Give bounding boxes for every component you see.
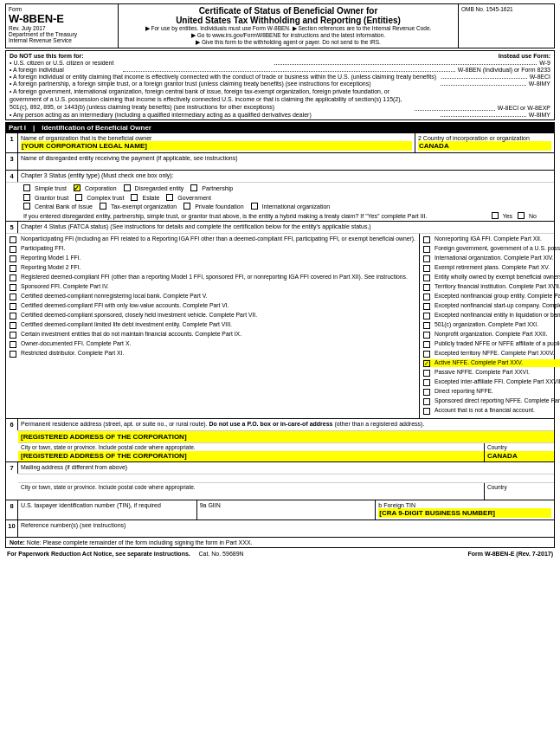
check-participating-box[interactable] bbox=[10, 246, 16, 253]
check-central-bank-box[interactable] bbox=[23, 203, 30, 210]
form-instruction3: ▶ Give this form to the withholding agen… bbox=[122, 39, 454, 46]
check-central-bank-label: Central Bank of Issue bbox=[35, 203, 93, 210]
donot-text-2: • A foreign individual bbox=[10, 67, 120, 73]
check-nonreporting-iga-label: Nonreporting IGA FFI. Complete Part XII. bbox=[434, 236, 542, 242]
check-private-found-box[interactable] bbox=[183, 203, 190, 210]
row10-label: Reference number(s) (see instructions) bbox=[21, 522, 551, 528]
check-excepted-liq-box[interactable] bbox=[423, 313, 430, 319]
check-foreign-gov-label: Foreign government, government of a U.S.… bbox=[434, 245, 560, 253]
hybrid-yes-box[interactable] bbox=[492, 212, 499, 219]
omb-section: OMB No. 1545-1621 bbox=[459, 4, 554, 48]
check-owner-doc-box[interactable] bbox=[10, 341, 16, 348]
check-complex-trust-label: Complex trust bbox=[87, 195, 124, 201]
check-cert-lowval-box[interactable] bbox=[10, 303, 16, 310]
check-cert-nonreg-box[interactable] bbox=[10, 294, 16, 300]
check-simple-trust-box[interactable] bbox=[23, 184, 30, 191]
check-partnership: Partnership bbox=[190, 184, 233, 191]
check-excepted-liq-label: Excepted nonfinancial entity in liquidat… bbox=[434, 312, 560, 319]
donot-use-section: Do NOT use this form for: Instead use Fo… bbox=[5, 50, 555, 120]
footer-left: For Paperwork Reduction Act Notice, see … bbox=[7, 551, 244, 557]
row3: 3 Name of disregarded entity receiving t… bbox=[5, 153, 555, 171]
donot-item-2: • A foreign individual W-8BEN (Individua… bbox=[10, 67, 550, 73]
check-complex-trust-box[interactable] bbox=[75, 194, 82, 201]
note-label: Note: bbox=[10, 539, 27, 545]
check-excepted-startup-label: Excepted nonfinancial start-up company. … bbox=[434, 302, 560, 308]
check-nonprofit-box[interactable] bbox=[423, 332, 430, 339]
check-reporting-model2-box[interactable] bbox=[10, 265, 16, 272]
check-grantor-trust-box[interactable] bbox=[23, 194, 30, 201]
check-cert-limitedlife: Certified deemed-compliant limited life … bbox=[10, 321, 415, 329]
check-501c-label: 501(c) organization. Complete Part XXI. bbox=[434, 321, 538, 327]
check-foreign-gov-box[interactable] bbox=[423, 246, 430, 253]
check-excepted-startup-box[interactable] bbox=[423, 303, 430, 310]
note-section: Note: Note: Please complete remainder of… bbox=[5, 538, 555, 548]
check-disregarded-box[interactable] bbox=[124, 184, 131, 191]
check-cert-sponsored: Certified deemed-compliant sponsored, cl… bbox=[10, 312, 415, 319]
form-label: Form bbox=[9, 6, 115, 12]
row7-city-label: City or town, state or province. Include… bbox=[18, 483, 484, 491]
row9b-label: b Foreign TIN bbox=[378, 502, 551, 508]
check-restricted-dist-box[interactable] bbox=[10, 351, 16, 358]
check-cert-sponsored-box[interactable] bbox=[10, 313, 16, 319]
check-excepted-inter-box[interactable] bbox=[423, 379, 430, 386]
part1-header: Part I | Identification of Beneficial Ow… bbox=[5, 122, 555, 133]
check-direct-reporting-box[interactable] bbox=[423, 389, 430, 396]
check-grantor-trust: Grantor trust bbox=[23, 194, 68, 201]
row7-address-value bbox=[18, 474, 554, 482]
row5-checks-right: Nonreporting IGA FFI. Complete Part XII.… bbox=[420, 234, 560, 418]
check-reporting-model1-box[interactable] bbox=[10, 255, 16, 262]
check-grantor-trust-label: Grantor trust bbox=[35, 195, 68, 201]
check-sponsored-direct-box[interactable] bbox=[423, 398, 430, 405]
form-irs: Internal Revenue Service bbox=[9, 37, 115, 43]
check-nonparticipating-label: Nonparticipating FFI (including an FFI r… bbox=[21, 236, 415, 243]
donot-item-3: • A foreign individual or entity claimin… bbox=[10, 74, 550, 80]
check-registered-deemed-box[interactable] bbox=[10, 274, 16, 281]
row5-label: Chapter 4 Status (FATCA status) (See ins… bbox=[18, 222, 554, 233]
footer-cat: Cat. No. 59689N bbox=[198, 551, 243, 557]
donot-ref-2: W-8BEN (Individual) or Form 8233 bbox=[458, 67, 550, 73]
check-nonreporting-iga-box[interactable] bbox=[423, 236, 430, 243]
check-exempt-retire-box[interactable] bbox=[423, 265, 430, 272]
check-nonparticipating-box[interactable] bbox=[10, 236, 16, 243]
check-territory-fi-box[interactable] bbox=[423, 284, 430, 291]
check-reporting-model1-label: Reporting Model 1 FFI. bbox=[21, 255, 81, 261]
check-tax-exempt-box[interactable] bbox=[100, 203, 106, 210]
check-corporation-box[interactable] bbox=[74, 184, 80, 191]
check-501c-box[interactable] bbox=[423, 322, 430, 329]
check-not-financial-box[interactable] bbox=[423, 408, 430, 415]
row4-num: 4 bbox=[6, 171, 18, 182]
row9b-content: b Foreign TIN [CRA 9-DIGIT BUSINESS NUMB… bbox=[376, 500, 554, 519]
check-excepted-nfg-box[interactable] bbox=[423, 294, 430, 300]
hybrid-no-box[interactable] bbox=[518, 212, 525, 219]
check-excepted-terr-box[interactable] bbox=[423, 351, 430, 358]
check-entity-wholly: Entity wholly owned by exempt beneficial… bbox=[423, 274, 560, 281]
row7-header: 7 Mailing address (if different from abo… bbox=[6, 462, 554, 474]
check-reporting-model2-label: Reporting Model 2 FFI. bbox=[21, 264, 81, 270]
check-estate: Estate bbox=[131, 194, 159, 201]
check-intl-org: International organization bbox=[251, 203, 331, 210]
row5: 5 Chapter 4 Status (FATCA status) (See i… bbox=[5, 222, 555, 419]
check-sponsored-box[interactable] bbox=[10, 284, 16, 291]
check-publicly-traded-box[interactable] bbox=[423, 341, 430, 348]
check-cert-limitedlife-box[interactable] bbox=[10, 322, 16, 329]
check-intl-org-box[interactable] bbox=[251, 203, 258, 210]
check-active-nffe-label: Active NFFE. Complete Part XXV. bbox=[434, 359, 523, 365]
check-passive-nffe-box[interactable] bbox=[423, 370, 430, 377]
check-registered-deemed-label: Registered deemed-compliant FFI (other t… bbox=[21, 274, 408, 281]
check-government-box[interactable] bbox=[166, 194, 173, 201]
row7-label: Mailing address (if different from above… bbox=[18, 462, 554, 474]
check-intl-org14-box[interactable] bbox=[423, 255, 430, 262]
check-excepted-inter: Excepted inter-affiliate FFI. Complete P… bbox=[423, 378, 560, 386]
donot-ref-3: W-8ECI bbox=[530, 74, 550, 80]
row7: 7 Mailing address (if different from abo… bbox=[5, 462, 555, 500]
check-entity-wholly-box[interactable] bbox=[423, 274, 430, 281]
check-certain-invest-box[interactable] bbox=[10, 332, 16, 339]
row5-checks-left: Nonparticipating FFI (including an FFI r… bbox=[6, 234, 420, 418]
check-cert-lowval: Certified deemed-compliant FFI with only… bbox=[10, 302, 415, 310]
check-active-nffe-box[interactable]: ✓ bbox=[423, 360, 430, 367]
check-estate-box[interactable] bbox=[131, 194, 138, 201]
hybrid-no-label: No bbox=[529, 213, 537, 219]
row6-label: Permanent residence address (street, apt… bbox=[18, 419, 554, 430]
check-partnership-box[interactable] bbox=[190, 184, 197, 191]
form-title1: Certificate of Status of Beneficial Owne… bbox=[122, 6, 454, 16]
